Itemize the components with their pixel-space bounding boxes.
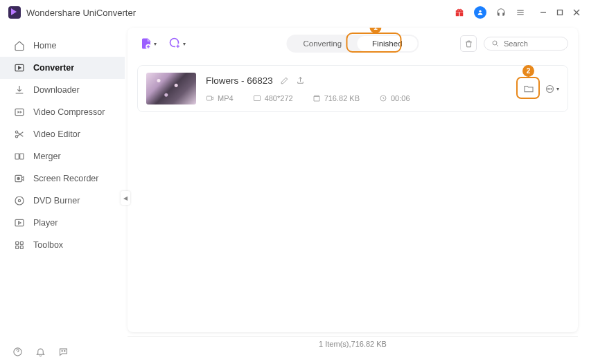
tab-finished[interactable]: Finished: [357, 36, 417, 51]
item-actions: 2 ▾: [520, 80, 559, 97]
chevron-down-icon: ▾: [183, 41, 186, 47]
headset-icon[interactable]: [496, 8, 506, 17]
help-icon[interactable]: [12, 347, 23, 357]
sidebar-item-editor[interactable]: Video Editor: [0, 123, 125, 145]
scissors-icon: [14, 129, 25, 140]
svg-point-16: [17, 177, 19, 179]
item-title: Flowers - 66823: [206, 75, 273, 86]
search-icon: [491, 39, 500, 48]
sidebar-item-label: Video Compressor: [33, 107, 105, 117]
sidebar-item-label: Video Editor: [33, 129, 80, 139]
download-icon: [14, 84, 25, 95]
annotation-badge-1: 1: [369, 28, 381, 33]
toolbar-right: [460, 35, 568, 52]
svg-point-28: [493, 41, 497, 45]
svg-point-39: [64, 351, 65, 352]
toolbar: ▾ ▾ Converting Finished 1: [128, 28, 578, 60]
video-thumbnail: [146, 73, 196, 104]
add-file-button[interactable]: ▾: [137, 35, 159, 53]
svg-point-12: [15, 136, 17, 138]
sidebar-item-dvd[interactable]: DVD Burner: [0, 190, 125, 212]
play-icon: [14, 217, 25, 228]
sidebar: Home Converter Downloader Video Compress…: [0, 25, 125, 350]
svg-point-18: [18, 199, 20, 201]
search-box: [484, 37, 568, 51]
chevron-down-icon: ▾: [154, 41, 157, 47]
svg-point-11: [15, 131, 17, 133]
svg-rect-19: [15, 219, 24, 226]
titlebar: Wondershare UniConverter: [0, 0, 589, 25]
footer-summary: 1 Item(s),716.82 KB: [128, 336, 578, 350]
sidebar-item-downloader[interactable]: Downloader: [0, 79, 125, 101]
sidebar-item-recorder[interactable]: Screen Recorder: [0, 167, 125, 190]
rename-icon[interactable]: [280, 76, 289, 85]
titlebar-right: [455, 6, 581, 19]
open-folder-button[interactable]: 2: [520, 80, 538, 97]
svg-rect-14: [20, 154, 24, 159]
svg-point-0: [479, 10, 481, 12]
search-input[interactable]: [504, 39, 561, 48]
sidebar-item-toolbox[interactable]: Toolbox: [0, 234, 125, 256]
sidebar-item-converter[interactable]: Converter: [0, 57, 125, 79]
sidebar-item-player[interactable]: Player: [0, 212, 125, 234]
user-avatar-icon[interactable]: [474, 6, 486, 19]
hamburger-icon[interactable]: [516, 8, 525, 17]
svg-rect-24: [20, 246, 23, 248]
sidebar-item-label: Merger: [33, 152, 61, 161]
meta-resolution: 480*272: [253, 94, 293, 102]
disc-icon: [14, 195, 25, 206]
svg-rect-13: [15, 154, 19, 159]
annotation-badge-2: 2: [522, 65, 534, 77]
feedback-icon[interactable]: [58, 347, 69, 357]
maximize-button[interactable]: [556, 8, 564, 17]
titlebar-left: Wondershare UniConverter: [8, 6, 136, 19]
merger-icon: [14, 151, 25, 162]
chevron-down-icon: ▾: [556, 86, 559, 92]
sidebar-item-home[interactable]: Home: [0, 35, 125, 57]
app-title: Wondershare UniConverter: [26, 8, 136, 18]
tab-pill: Converting Finished 1: [286, 35, 419, 53]
sidebar-item-label: Screen Recorder: [33, 174, 99, 183]
file-item-card[interactable]: Flowers - 66823 MP4 480*272: [137, 65, 568, 112]
add-url-button[interactable]: ▾: [166, 35, 188, 53]
toolbox-icon: [14, 239, 25, 251]
svg-point-34: [547, 88, 548, 89]
svg-line-29: [497, 45, 499, 47]
item-info: Flowers - 66823 MP4 480*272: [206, 75, 510, 102]
minimize-button[interactable]: [539, 8, 547, 17]
svg-marker-20: [19, 221, 21, 224]
sidebar-item-label: DVD Burner: [33, 196, 80, 206]
sidebar-item-label: Toolbox: [33, 240, 63, 250]
meta-duration: 00:06: [379, 94, 410, 102]
svg-rect-5: [558, 10, 563, 15]
svg-point-38: [62, 351, 62, 352]
sidebar-item-label: Converter: [33, 63, 74, 73]
svg-rect-23: [16, 246, 19, 248]
main-panel: ▾ ▾ Converting Finished 1: [125, 25, 589, 350]
svg-rect-21: [16, 242, 19, 244]
svg-point-36: [551, 88, 552, 89]
sidebar-item-label: Downloader: [33, 85, 80, 95]
share-icon[interactable]: [296, 76, 305, 85]
more-options-button[interactable]: ▾: [545, 84, 559, 94]
gift-icon[interactable]: [455, 8, 464, 17]
sidebar-item-compressor[interactable]: Video Compressor: [0, 101, 125, 123]
sidebar-item-merger[interactable]: Merger: [0, 145, 125, 167]
add-file-icon: [140, 37, 152, 50]
add-url-icon: [169, 37, 182, 50]
window-controls: [539, 8, 581, 17]
app-logo-icon: [8, 6, 21, 19]
bell-icon[interactable]: [35, 347, 46, 357]
delete-button[interactable]: [460, 35, 477, 52]
statusbar-icons: [12, 347, 69, 357]
svg-rect-31: [254, 95, 260, 100]
tab-converting[interactable]: Converting: [288, 36, 357, 51]
svg-point-35: [550, 88, 550, 89]
meta-row: MP4 480*272 716.82 KB: [206, 94, 510, 102]
svg-marker-9: [19, 66, 21, 69]
recorder-icon: [14, 173, 25, 184]
meta-format: MP4: [206, 94, 234, 102]
close-button[interactable]: [572, 8, 581, 17]
svg-rect-30: [207, 96, 212, 100]
svg-rect-22: [20, 242, 23, 244]
